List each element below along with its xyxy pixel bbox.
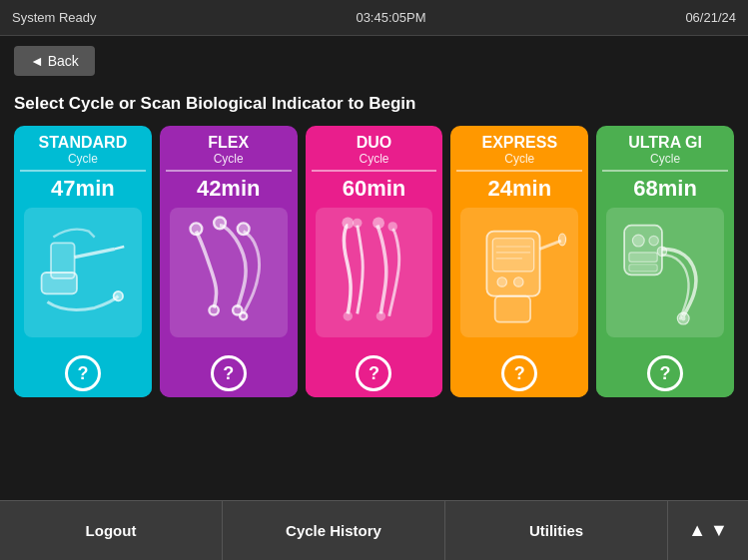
svg-point-7: [238, 223, 250, 235]
cycle-duration-ultragi: 68min: [602, 176, 728, 202]
cycle-card-top-duo: DUO Cycle 60min: [306, 126, 443, 343]
svg-point-6: [214, 217, 226, 229]
down-arrow-icon: ▼: [710, 520, 728, 541]
svg-point-15: [343, 311, 352, 320]
svg-point-10: [240, 312, 247, 319]
current-date: 06/21/24: [685, 10, 736, 25]
logout-button[interactable]: Logout: [0, 501, 223, 560]
cycle-name-flex: FLEX: [166, 134, 292, 152]
cycle-image-ultragi: [606, 208, 724, 337]
cycle-card-top-ultragi: ULTRA GI Cycle 68min: [596, 126, 734, 343]
cycle-name-express: EXPRESS: [456, 134, 582, 152]
header: System Ready 03:45:05PM 06/21/24: [0, 0, 748, 36]
svg-rect-18: [493, 238, 534, 271]
utilities-button[interactable]: Utilities: [445, 501, 668, 560]
svg-point-14: [387, 222, 396, 231]
cycle-card-top-express: EXPRESS Cycle 24min: [450, 126, 588, 343]
cycle-duration-standard: 47min: [20, 176, 146, 202]
svg-point-34: [657, 247, 666, 256]
current-time: 03:45:05PM: [356, 10, 425, 25]
cycle-card-top-flex: FLEX Cycle 42min: [160, 126, 298, 343]
cycle-card-ultragi[interactable]: ULTRA GI Cycle 68min: [596, 126, 734, 397]
cycle-name-ultragi: ULTRA GI: [602, 134, 728, 152]
cycle-card-standard[interactable]: STANDARD Cycle 47min ?: [14, 126, 152, 397]
divider-flex: [166, 170, 292, 172]
info-button-standard[interactable]: ?: [65, 355, 101, 391]
cycles-container: STANDARD Cycle 47min ?: [14, 126, 734, 397]
cycle-card-bottom-duo: ?: [306, 349, 443, 397]
cycle-card-bottom-express: ?: [450, 349, 588, 397]
cycle-label-flex: Cycle: [166, 152, 292, 166]
cycle-card-express[interactable]: EXPRESS Cycle 24min: [450, 126, 588, 397]
info-button-duo[interactable]: ?: [356, 355, 391, 391]
svg-point-26: [559, 234, 566, 246]
toolbar: Logout Cycle History Utilities ▲ ▼: [0, 500, 748, 560]
svg-point-8: [209, 305, 218, 314]
svg-rect-24: [495, 295, 530, 321]
info-button-ultragi[interactable]: ?: [647, 355, 683, 391]
svg-rect-1: [51, 243, 75, 278]
svg-point-12: [353, 218, 362, 227]
divider-standard: [20, 170, 146, 172]
page-instruction: Select Cycle or Scan Biological Indicato…: [14, 94, 734, 114]
nav-bar: ◄ Back: [0, 36, 748, 86]
cycle-image-duo: [316, 208, 433, 337]
divider-express: [456, 170, 582, 172]
cycle-history-button[interactable]: Cycle History: [223, 501, 445, 560]
svg-point-33: [681, 315, 686, 320]
system-status: System Ready: [12, 10, 97, 25]
up-arrow-icon: ▲: [688, 520, 706, 541]
cycle-image-standard: [24, 208, 142, 337]
cycle-card-bottom-ultragi: ?: [596, 349, 734, 397]
scroll-buttons[interactable]: ▲ ▼: [668, 501, 748, 560]
svg-point-28: [633, 235, 645, 247]
svg-point-16: [375, 311, 384, 320]
svg-line-3: [115, 247, 124, 249]
svg-point-11: [342, 217, 354, 229]
cycle-label-express: Cycle: [456, 152, 582, 166]
cycle-duration-express: 24min: [456, 176, 582, 202]
cycle-label-standard: Cycle: [20, 152, 146, 166]
cycle-image-flex: [170, 208, 288, 337]
svg-point-22: [497, 277, 506, 285]
svg-point-23: [514, 277, 523, 285]
svg-line-2: [75, 249, 115, 257]
cycle-duration-duo: 60min: [312, 176, 437, 202]
back-button[interactable]: ◄ Back: [14, 46, 95, 76]
cycle-card-bottom-flex: ?: [160, 349, 298, 397]
cycle-label-ultragi: Cycle: [602, 152, 728, 166]
info-button-flex[interactable]: ?: [211, 355, 247, 391]
cycle-card-duo[interactable]: DUO Cycle 60min ?: [306, 126, 443, 397]
svg-point-4: [114, 291, 123, 300]
svg-rect-30: [629, 253, 657, 262]
cycle-card-top-standard: STANDARD Cycle 47min: [14, 126, 152, 343]
cycle-name-standard: STANDARD: [20, 134, 146, 152]
cycle-card-flex[interactable]: FLEX Cycle 42min ?: [160, 126, 298, 397]
svg-point-13: [373, 217, 384, 229]
main-content: Select Cycle or Scan Biological Indicato…: [0, 86, 748, 405]
info-button-express[interactable]: ?: [501, 355, 537, 391]
cycle-image-express: [460, 208, 578, 337]
svg-rect-31: [629, 264, 657, 271]
svg-line-25: [540, 241, 561, 249]
cycle-label-duo: Cycle: [312, 152, 437, 166]
svg-point-5: [190, 223, 202, 235]
cycle-name-duo: DUO: [312, 134, 437, 152]
divider-duo: [312, 170, 437, 172]
cycle-duration-flex: 42min: [166, 176, 292, 202]
cycle-card-bottom-standard: ?: [14, 349, 152, 397]
svg-point-29: [649, 236, 658, 245]
divider-ultragi: [602, 170, 728, 172]
